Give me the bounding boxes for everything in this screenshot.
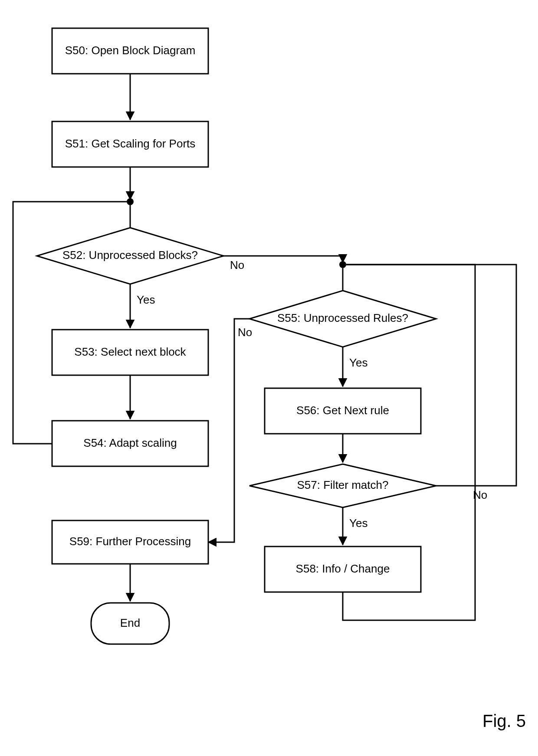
edge-s57-merge2 <box>346 265 516 486</box>
merge-dot-1 <box>127 198 134 205</box>
label-s57-yes: Yes <box>349 517 367 530</box>
node-s50-label: S50: Open Block Diagram <box>65 44 196 57</box>
edge-s55-s59 <box>208 319 249 542</box>
node-end-label: End <box>120 616 140 629</box>
node-s53-label: S53: Select next block <box>74 345 186 358</box>
node-s51-label: S51: Get Scaling for Ports <box>65 137 196 150</box>
node-s56-label: S56: Get Next rule <box>296 404 389 417</box>
node-s59-label: S59: Further Processing <box>69 535 191 548</box>
merge-dot-2 <box>339 261 346 268</box>
label-s52-yes: Yes <box>137 293 155 306</box>
label-s55-no: No <box>238 326 252 339</box>
node-s58-label: S58: Info / Change <box>296 562 390 575</box>
node-s55-label: S55: Unprocessed Rules? <box>277 311 408 324</box>
node-s52-label: S52: Unprocessed Blocks? <box>62 249 198 262</box>
label-s52-no: No <box>230 259 244 272</box>
figure-caption: Fig. 5 <box>482 711 526 730</box>
node-s57-label: S57: Filter match? <box>297 478 389 491</box>
flowchart-svg: S50: Open Block Diagram S51: Get Scaling… <box>0 0 538 756</box>
label-s55-yes: Yes <box>349 356 367 369</box>
node-s54-label: S54: Adapt scaling <box>83 436 177 449</box>
